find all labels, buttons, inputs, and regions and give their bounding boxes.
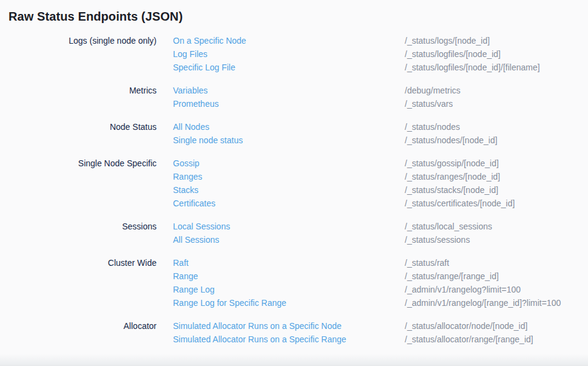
endpoint-link[interactable]: Local Sessions [173,220,230,233]
endpoint-group: Logs (single node only) On a Specific No… [8,34,580,74]
endpoint-link[interactable]: Stacks [173,183,198,197]
endpoint-group: Cluster Wide RaftRangeRange LogRange Log… [8,256,580,310]
raw-status-endpoints-page: Raw Status Endpoints (JSON) Logs (single… [0,0,588,346]
endpoint-links-column: GossipRangesStacksCertificates [173,157,388,210]
endpoint-path: /_status/certificates/[node_id] [405,197,580,210]
endpoint-group: Sessions Local SessionsAll Sessions /_st… [8,220,580,246]
endpoint-links-column: Simulated Allocator Runs on a Specific N… [173,319,388,346]
endpoint-path: /_status/logfiles/[node_id] [405,47,580,61]
endpoint-path: /_status/range/[range_id] [405,269,580,283]
endpoint-link[interactable]: Log Files [173,47,208,61]
endpoint-link[interactable]: On a Specific Node [173,34,246,47]
endpoint-paths-column: /debug/metrics/_status/vars [405,84,580,110]
endpoint-links-column: All NodesSingle node status [173,120,388,147]
endpoint-paths-column: /_status/gossip/[node_id]/_status/ranges… [405,157,580,210]
endpoint-category-label: Sessions [8,220,157,246]
endpoint-path: /_status/allocator/node/[node_id] [405,319,580,333]
endpoint-path: /_status/local_sessions [405,220,580,233]
endpoint-link[interactable]: Simulated Allocator Runs on a Specific N… [173,319,342,333]
endpoint-paths-column: /_status/allocator/node/[node_id]/_statu… [405,319,580,346]
endpoint-link[interactable]: Raft [173,256,189,269]
endpoint-link[interactable]: Range [173,269,198,283]
endpoint-path: /_status/allocator/range/[range_id] [405,333,580,346]
endpoint-link[interactable]: Specific Log File [173,61,235,74]
endpoint-group: Node Status All NodesSingle node status … [8,120,580,147]
endpoint-link[interactable]: All Nodes [173,120,209,134]
endpoint-category-label: Allocator [8,319,157,346]
endpoint-links-column: On a Specific NodeLog FilesSpecific Log … [173,34,388,74]
endpoint-paths-column: /_status/local_sessions/_status/sessions [405,220,580,246]
endpoint-path: /_status/ranges/[node_id] [405,170,580,183]
endpoint-category-label: Metrics [8,84,157,110]
endpoint-paths-column: /_status/logs/[node_id]/_status/logfiles… [405,34,580,74]
endpoint-link[interactable]: Simulated Allocator Runs on a Specific R… [173,333,346,346]
endpoint-path: /_status/vars [405,97,580,110]
page-title: Raw Status Endpoints (JSON) [8,8,580,24]
endpoint-link[interactable]: All Sessions [173,233,219,246]
endpoint-link[interactable]: Certificates [173,197,215,210]
endpoint-category-label: Cluster Wide [8,256,157,310]
endpoint-category-label: Logs (single node only) [8,34,157,74]
endpoint-path: /_status/logs/[node_id] [405,34,580,47]
endpoint-group: Single Node Specific GossipRangesStacksC… [8,157,580,210]
bottom-fade [0,354,588,366]
endpoint-path: /_status/logfiles/[node_id]/[filename] [405,61,580,74]
endpoint-path: /_status/gossip/[node_id] [405,157,580,170]
endpoint-paths-column: /_status/raft/_status/range/[range_id]/_… [405,256,580,310]
endpoint-groups-list: Logs (single node only) On a Specific No… [8,34,580,346]
endpoint-links-column: VariablesPrometheus [173,84,388,110]
endpoint-links-column: RaftRangeRange LogRange Log for Specific… [173,256,388,310]
endpoint-group: Allocator Simulated Allocator Runs on a … [8,319,580,346]
endpoint-link[interactable]: Range Log for Specific Range [173,296,286,310]
endpoint-link[interactable]: Variables [173,84,208,97]
endpoint-category-label: Node Status [8,120,157,147]
endpoint-link[interactable]: Single node status [173,134,243,147]
endpoint-path: /_status/stacks/[node_id] [405,183,580,197]
endpoint-path: /_admin/v1/rangelog?limit=100 [405,283,580,296]
endpoint-category-label: Single Node Specific [8,157,157,210]
endpoint-path: /_status/nodes/[node_id] [405,134,580,147]
endpoint-path: /_status/nodes [405,120,580,134]
endpoint-link[interactable]: Gossip [173,157,200,170]
endpoint-paths-column: /_status/nodes/_status/nodes/[node_id] [405,120,580,147]
endpoint-link[interactable]: Ranges [173,170,202,183]
endpoint-link[interactable]: Range Log [173,283,215,296]
endpoint-path: /_status/sessions [405,233,580,246]
endpoint-path: /debug/metrics [405,84,580,97]
endpoint-links-column: Local SessionsAll Sessions [173,220,388,246]
endpoint-path: /_status/raft [405,256,580,269]
endpoint-group: Metrics VariablesPrometheus /debug/metri… [8,84,580,110]
endpoint-link[interactable]: Prometheus [173,97,218,110]
endpoint-path: /_admin/v1/rangelog/[range_id]?limit=100 [405,296,580,310]
